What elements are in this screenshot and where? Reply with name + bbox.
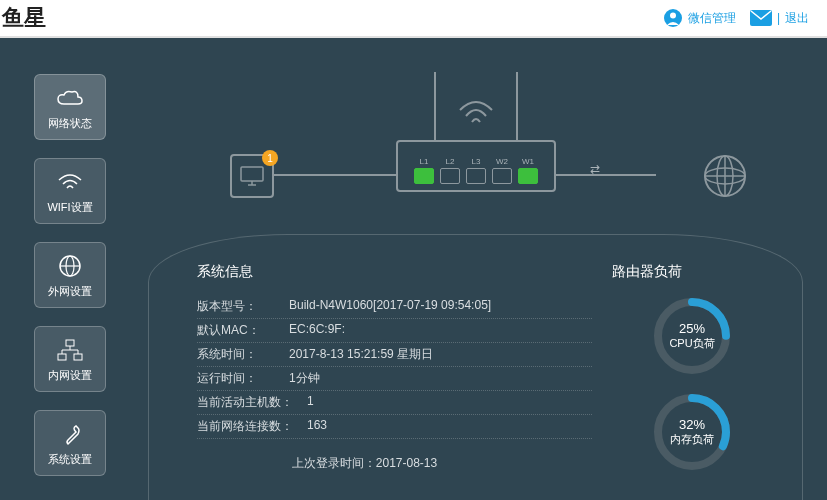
monitor-icon	[239, 165, 265, 187]
user-icon	[663, 8, 683, 28]
port-l3: L3	[466, 168, 486, 184]
svg-point-1	[670, 13, 676, 19]
info-row-time: 系统时间：2017-8-13 15:21:59 星期日	[197, 343, 592, 367]
wechat-manage-link[interactable]: 微信管理	[663, 8, 736, 28]
port-w2: W2	[492, 168, 512, 184]
logout-label: 退出	[785, 10, 809, 27]
port-l1: L1	[414, 168, 434, 184]
nav-lan-settings[interactable]: 内网设置	[34, 326, 106, 392]
swap-icon: ⇄	[590, 162, 600, 176]
pc-count-badge: 1	[262, 150, 278, 166]
info-row-model: 版本型号：Build-N4W1060[2017-07-19 09:54:05]	[197, 295, 592, 319]
port-w1: W1	[518, 168, 538, 184]
wifi-waves-icon	[456, 98, 496, 124]
nav-wan-settings[interactable]: 外网设置	[34, 242, 106, 308]
nav-label: WIFI设置	[47, 200, 92, 215]
pc-node[interactable]: 1	[230, 154, 274, 198]
globe-icon	[56, 252, 84, 280]
cloud-icon	[56, 84, 84, 112]
info-row-conns: 当前网络连接数：163	[197, 415, 592, 439]
nav-label: 内网设置	[48, 368, 92, 383]
brand-logo: 鱼星	[0, 3, 46, 33]
logout-link[interactable]: | 退出	[750, 10, 809, 27]
nav-system-settings[interactable]: 系统设置	[34, 410, 106, 476]
globe-icon	[701, 152, 749, 200]
load-title: 路由器负荷	[612, 263, 772, 281]
last-login-text: 上次登录时间：2017-08-13	[137, 455, 592, 472]
info-row-mac: 默认MAC：EC:6C:9F:	[197, 319, 592, 343]
sysinfo-title: 系统信息	[197, 263, 592, 281]
network-icon	[56, 336, 84, 364]
nav-network-status[interactable]: 网络状态	[34, 74, 106, 140]
link-router-wan	[556, 174, 656, 176]
link-pc-router	[274, 174, 396, 176]
svg-rect-7	[58, 354, 66, 360]
nav-label: 网络状态	[48, 116, 92, 131]
mail-icon	[750, 10, 772, 26]
wechat-label: 微信管理	[688, 10, 736, 27]
nav-wifi-settings[interactable]: WIFI设置	[34, 158, 106, 224]
nav-label: 系统设置	[48, 452, 92, 467]
internet-node[interactable]	[701, 152, 749, 200]
cpu-gauge: 25%CPU负荷	[651, 295, 733, 377]
info-row-uptime: 运行时间：1分钟	[197, 367, 592, 391]
router-node[interactable]: L1 L2 L3 W2 W1	[396, 140, 556, 192]
nav-label: 外网设置	[48, 284, 92, 299]
topology-diagram: ⇄ 1 L1 L2 L3 W2 W1	[134, 58, 809, 248]
mem-gauge: 32%内存负荷	[651, 391, 733, 473]
svg-rect-8	[74, 354, 82, 360]
antenna-icon	[434, 72, 436, 142]
antenna-icon	[516, 72, 518, 142]
port-l2: L2	[440, 168, 460, 184]
separator: |	[777, 11, 780, 25]
svg-rect-9	[241, 167, 263, 181]
info-row-hosts: 当前活动主机数：1	[197, 391, 592, 415]
svg-rect-6	[66, 340, 74, 346]
wrench-icon	[56, 420, 84, 448]
wifi-icon	[56, 168, 84, 196]
